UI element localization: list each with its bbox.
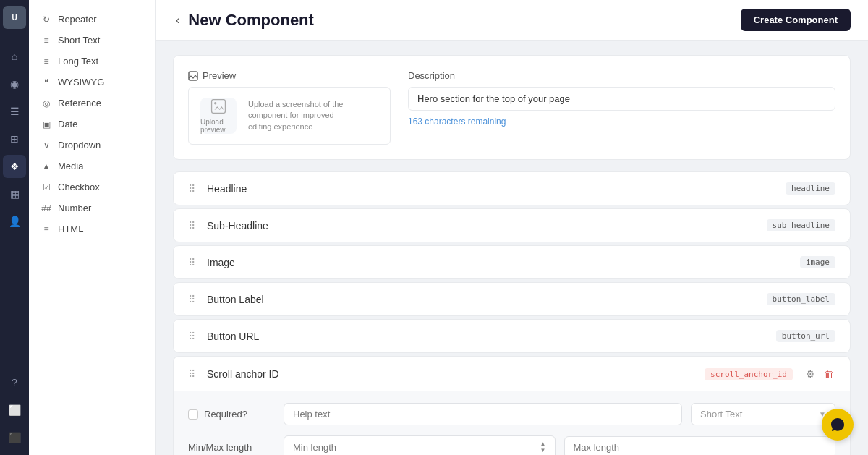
sidebar-item-label: Reference (58, 98, 101, 109)
sidebar-item-label: Dropdown (58, 140, 101, 150)
sidebar-item-dropdown[interactable]: ∨ Dropdown (29, 135, 155, 156)
create-component-button[interactable]: Create Component (741, 9, 851, 31)
preview-icon (188, 71, 198, 81)
drag-handle[interactable]: ⠿ (188, 183, 195, 195)
min-input-wrap: ▲ ▼ (284, 435, 556, 455)
header-left: ‹ New Component (173, 11, 314, 30)
sidebar-item-repeater[interactable]: ↻ Repeater (29, 9, 155, 30)
description-label: Description (408, 70, 835, 81)
sidebar-item-wysiwyg[interactable]: ❝ WYSIWYG (29, 72, 155, 93)
field-actions: ⚙ 🗑 (804, 367, 835, 381)
back-button[interactable]: ‹ (173, 12, 182, 28)
field-row-headline: ⠿ Headline headline (173, 171, 851, 205)
page-title: New Component (188, 11, 314, 30)
component-sidebar: ↻ Repeater ≡ Short Text ≡ Long Text ❝ WY… (29, 0, 156, 455)
nav-activity-icon[interactable]: ◉ (3, 72, 26, 95)
expanded-panel: Required? Short Text ▼ Min/Max length (173, 391, 851, 455)
field-row-image: ⠿ Image image (173, 245, 851, 279)
user-avatar[interactable]: U (3, 6, 26, 29)
nav-components-icon[interactable]: ❖ (3, 155, 26, 178)
sidebar-item-label: Checkbox (58, 182, 100, 192)
reference-icon: ◎ (41, 98, 52, 109)
number-icon: ## (41, 203, 52, 213)
field-row-scroll-anchor: ⠿ Scroll anchor ID scroll_anchor_id ⚙ 🗑 (173, 356, 851, 391)
date-icon: ▣ (41, 119, 52, 129)
field-tag: headline (786, 182, 835, 195)
min-max-row: Min/Max length ▲ ▼ (188, 435, 835, 455)
field-tag: button_url (776, 330, 835, 342)
drag-handle[interactable]: ⠿ (188, 257, 195, 268)
field-name: Button Label (207, 294, 755, 305)
left-navigation: U ⌂ ◉ ☰ ⊞ ❖ ▦ 👤 ? ⬜ ⬛ (0, 0, 29, 455)
help-text-input[interactable] (284, 403, 682, 425)
chat-bubble[interactable] (822, 409, 854, 441)
repeater-icon: ↻ (41, 14, 52, 25)
nav-publish-icon[interactable]: ⬛ (3, 426, 26, 449)
drag-handle[interactable]: ⠿ (188, 220, 195, 231)
chat-icon (830, 417, 846, 433)
short-text-icon: ≡ (41, 35, 52, 46)
sidebar-item-label: Repeater (58, 14, 96, 25)
checkbox-icon: ☑ (41, 182, 52, 192)
min-length-input[interactable] (293, 442, 540, 453)
delete-button[interactable]: 🗑 (822, 367, 835, 381)
nav-page-icon[interactable]: ☰ (3, 100, 26, 123)
sidebar-item-number[interactable]: ## Number (29, 197, 155, 218)
sidebar-item-html[interactable]: ≡ HTML (29, 218, 155, 239)
min-max-label: Min/Max length (188, 442, 275, 453)
stepper-down[interactable]: ▼ (540, 448, 546, 454)
required-checkbox[interactable] (188, 409, 198, 420)
sidebar-item-label: Date (58, 119, 77, 129)
sidebar-item-date[interactable]: ▣ Date (29, 114, 155, 135)
stepper-up[interactable]: ▲ (540, 441, 546, 447)
field-row-button-label: ⠿ Button Label button_label (173, 282, 851, 316)
upload-preview-area[interactable]: Upload preview Upload a screenshot of th… (188, 87, 391, 145)
field-name: Headline (207, 183, 774, 195)
main-content: ‹ New Component Create Component Preview (156, 0, 868, 455)
nav-settings-icon[interactable]: ⬜ (3, 399, 26, 422)
nav-help-icon[interactable]: ? (3, 371, 26, 394)
stepper-buttons[interactable]: ▲ ▼ (540, 441, 546, 454)
field-tag: sub-headline (767, 219, 835, 231)
field-tag: button_label (767, 293, 835, 305)
required-row: Required? Short Text ▼ (188, 403, 835, 425)
sidebar-item-checkbox[interactable]: ☑ Checkbox (29, 177, 155, 197)
drag-handle[interactable]: ⠿ (188, 331, 195, 342)
field-row-sub-headline: ⠿ Sub-Headline sub-headline (173, 208, 851, 242)
sidebar-item-label: Media (58, 161, 83, 171)
sidebar-item-label: Number (58, 203, 91, 213)
drag-handle[interactable]: ⠿ (188, 294, 195, 305)
wysiwyg-icon: ❝ (41, 77, 52, 88)
upload-icon: Upload preview (200, 98, 237, 134)
preview-label: Preview (188, 70, 391, 81)
settings-button[interactable]: ⚙ (804, 367, 817, 381)
preview-section: Preview Upload preview Upload a screensh… (188, 70, 391, 145)
drag-handle[interactable]: ⠿ (188, 368, 195, 380)
field-tag: scroll_anchor_id (705, 368, 793, 380)
html-icon: ≡ (41, 224, 52, 234)
nav-media-icon[interactable]: ▦ (3, 182, 26, 205)
svg-point-2 (214, 102, 216, 104)
sidebar-item-media[interactable]: ▲ Media (29, 156, 155, 177)
media-icon: ▲ (41, 161, 52, 171)
page-header: ‹ New Component Create Component (156, 0, 868, 41)
field-row-scroll-anchor-wrapper: ⠿ Scroll anchor ID scroll_anchor_id ⚙ 🗑 … (173, 356, 851, 455)
fields-list: ⠿ Headline headline ⠿ Sub-Headline sub-h… (173, 171, 851, 455)
sidebar-item-short-text[interactable]: ≡ Short Text (29, 30, 155, 51)
nav-home-icon[interactable]: ⌂ (3, 45, 26, 68)
description-input[interactable] (408, 87, 835, 111)
upload-box-icon (208, 98, 229, 115)
sidebar-item-long-text[interactable]: ≡ Long Text (29, 51, 155, 72)
field-name: Button URL (207, 331, 765, 342)
sidebar-item-label: Long Text (58, 56, 98, 67)
type-select[interactable]: Short Text ▼ (691, 403, 835, 425)
nav-grid-icon[interactable]: ⊞ (3, 127, 26, 150)
content-area: Preview Upload preview Upload a screensh… (156, 41, 868, 455)
required-checkbox-label[interactable]: Required? (188, 409, 275, 420)
sidebar-item-label: HTML (58, 224, 83, 234)
field-name: Sub-Headline (207, 220, 755, 231)
preview-description-section: Preview Upload preview Upload a screensh… (173, 55, 851, 160)
max-length-input[interactable] (564, 436, 836, 455)
nav-users-icon[interactable]: 👤 (3, 210, 26, 233)
sidebar-item-reference[interactable]: ◎ Reference (29, 93, 155, 114)
